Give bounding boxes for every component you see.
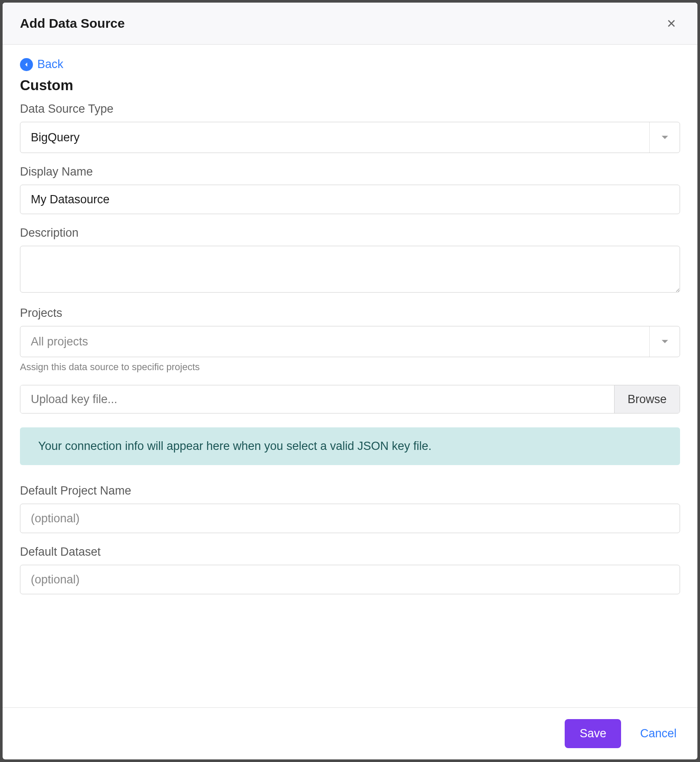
section-title: Custom [20,77,680,94]
default-project-name-label: Default Project Name [20,484,680,498]
modal-body: Back Custom Data Source Type BigQuery Di… [3,45,697,707]
key-file-group: Browse [20,385,680,414]
data-source-type-value: BigQuery [20,131,649,144]
data-source-type-label: Data Source Type [20,102,680,116]
projects-label: Projects [20,306,680,320]
info-banner-text: Your connection info will appear here wh… [38,440,662,453]
save-button[interactable]: Save [565,719,621,748]
modal-header: Add Data Source [3,3,697,45]
display-name-group: Display Name [20,165,680,214]
close-icon [666,18,677,29]
close-button[interactable] [663,15,680,32]
default-project-name-group: Default Project Name [20,484,680,533]
projects-help: Assign this data source to specific proj… [20,361,680,373]
projects-select[interactable]: All projects [20,326,680,357]
chevron-down-icon [649,326,680,357]
modal-title: Add Data Source [20,16,125,31]
back-icon [20,58,33,71]
chevron-down-icon [649,122,680,153]
browse-button[interactable]: Browse [614,385,680,413]
back-label: Back [37,58,63,71]
modal-footer: Save Cancel [3,707,697,759]
description-label: Description [20,226,680,240]
description-textarea[interactable] [20,246,680,293]
add-data-source-modal: Add Data Source Back Custom Data Source … [3,3,697,759]
data-source-type-group: Data Source Type BigQuery [20,102,680,153]
display-name-input[interactable] [20,185,680,214]
data-source-type-select[interactable]: BigQuery [20,122,680,153]
description-group: Description [20,226,680,294]
file-upload-row: Browse [20,385,680,414]
info-banner: Your connection info will appear here wh… [20,427,680,465]
projects-placeholder: All projects [20,335,649,348]
default-dataset-label: Default Dataset [20,545,680,559]
back-link[interactable]: Back [20,58,63,71]
default-dataset-group: Default Dataset [20,545,680,594]
display-name-label: Display Name [20,165,680,179]
cancel-button[interactable]: Cancel [637,719,680,748]
default-project-name-input[interactable] [20,504,680,533]
projects-group: Projects All projects Assign this data s… [20,306,680,373]
default-dataset-input[interactable] [20,565,680,594]
key-file-input[interactable] [20,385,614,413]
